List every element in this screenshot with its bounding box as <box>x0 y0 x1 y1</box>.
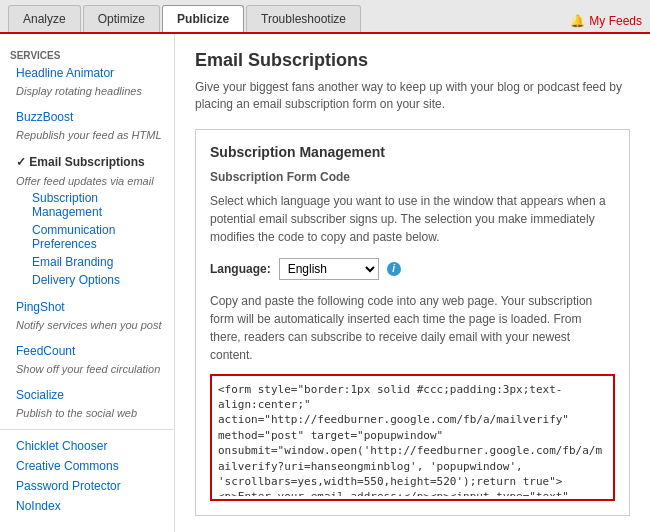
rss-icon: 🔔 <box>570 14 585 28</box>
sidebar-item-feedcount[interactable]: FeedCount <box>0 341 174 361</box>
sidebar-group-headline: Headline Animator Display rotating headl… <box>0 63 174 99</box>
info-icon[interactable]: i <box>387 262 401 276</box>
sidebar-divider <box>0 429 174 430</box>
sidebar-section-label: SERVICES <box>0 44 174 63</box>
subscription-management-box: Subscription Management Subscription For… <box>195 129 630 516</box>
sidebar-item-chicklet-chooser[interactable]: Chicklet Chooser <box>0 436 174 456</box>
section-label: Subscription Form Code <box>210 170 615 184</box>
sidebar-item-headline-animator[interactable]: Headline Animator <box>0 63 174 83</box>
content-description: Give your biggest fans another way to ke… <box>195 79 630 113</box>
sidebar-sublink-email-branding[interactable]: Email Branding <box>8 253 174 271</box>
tab-publicize[interactable]: Publicize <box>162 5 244 32</box>
sidebar-item-buzzboost[interactable]: BuzzBoost <box>0 107 174 127</box>
email-sub-links: Subscription Management Communication Pr… <box>0 189 174 289</box>
sidebar-item-socialize-desc: Publish to the social web <box>0 405 174 421</box>
copy-description: Copy and paste the following code into a… <box>210 292 615 364</box>
tab-optimize[interactable]: Optimize <box>83 5 160 32</box>
sidebar: SERVICES Headline Animator Display rotat… <box>0 34 175 532</box>
section-description: Select which language you want to use in… <box>210 192 615 246</box>
sidebar-group-buzzboost: BuzzBoost Republish your feed as HTML <box>0 107 174 143</box>
code-textarea[interactable] <box>212 376 613 496</box>
box-title: Subscription Management <box>210 144 615 160</box>
code-box-wrapper <box>210 374 615 501</box>
tab-analyze[interactable]: Analyze <box>8 5 81 32</box>
sidebar-group-socialize: Socialize Publish to the social web <box>0 385 174 421</box>
sidebar-item-email-subscriptions[interactable]: Email Subscriptions <box>0 151 174 173</box>
page-title: Email Subscriptions <box>195 50 630 71</box>
sidebar-sublink-delivery-options[interactable]: Delivery Options <box>8 271 174 289</box>
sidebar-item-pingshot[interactable]: PingShot <box>0 297 174 317</box>
sidebar-group-email-subscriptions: Email Subscriptions Offer feed updates v… <box>0 151 174 289</box>
top-nav: Analyze Optimize Publicize Troubleshooti… <box>0 0 650 34</box>
sidebar-item-noindex[interactable]: NoIndex <box>0 496 174 516</box>
sidebar-sublink-communication-preferences[interactable]: Communication Preferences <box>8 221 174 253</box>
main-layout: SERVICES Headline Animator Display rotat… <box>0 34 650 532</box>
sidebar-group-pingshot: PingShot Notify services when you post <box>0 297 174 333</box>
content-area: Email Subscriptions Give your biggest fa… <box>175 34 650 532</box>
sidebar-item-creative-commons[interactable]: Creative Commons <box>0 456 174 476</box>
language-select[interactable]: English French Spanish German Italian Po… <box>279 258 379 280</box>
language-label: Language: <box>210 262 271 276</box>
language-row: Language: English French Spanish German … <box>210 258 615 280</box>
sidebar-item-password-protector[interactable]: Password Protector <box>0 476 174 496</box>
sidebar-item-socialize[interactable]: Socialize <box>0 385 174 405</box>
sidebar-item-headline-desc: Display rotating headlines <box>0 83 174 99</box>
sidebar-item-pingshot-desc: Notify services when you post <box>0 317 174 333</box>
tab-troubleshootize[interactable]: Troubleshootize <box>246 5 361 32</box>
sidebar-item-email-desc: Offer feed updates via email <box>0 173 174 189</box>
sidebar-group-feedcount: FeedCount Show off your feed circulation <box>0 341 174 377</box>
sidebar-item-feedcount-desc: Show off your feed circulation <box>0 361 174 377</box>
my-feeds-link[interactable]: 🔔 My Feeds <box>570 14 642 32</box>
sidebar-item-buzzboost-desc: Republish your feed as HTML <box>0 127 174 143</box>
sidebar-sublink-subscription-management[interactable]: Subscription Management <box>8 189 174 221</box>
